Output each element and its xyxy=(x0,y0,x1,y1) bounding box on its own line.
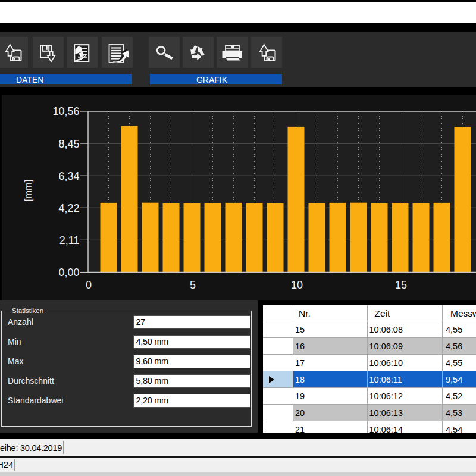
svg-text:[mm]: [mm] xyxy=(23,180,33,202)
svg-text:4,22: 4,22 xyxy=(58,202,79,214)
svg-text:0,00: 0,00 xyxy=(58,267,79,278)
svg-text:10,56: 10,56 xyxy=(52,105,79,117)
svg-text:5: 5 xyxy=(190,279,196,291)
svg-text:8,45: 8,45 xyxy=(58,138,79,150)
svg-text:15: 15 xyxy=(395,279,407,291)
svg-text:10: 10 xyxy=(291,279,303,291)
svg-text:0: 0 xyxy=(86,279,92,291)
svg-text:2,11: 2,11 xyxy=(60,234,80,246)
svg-text:6,34: 6,34 xyxy=(58,170,79,182)
